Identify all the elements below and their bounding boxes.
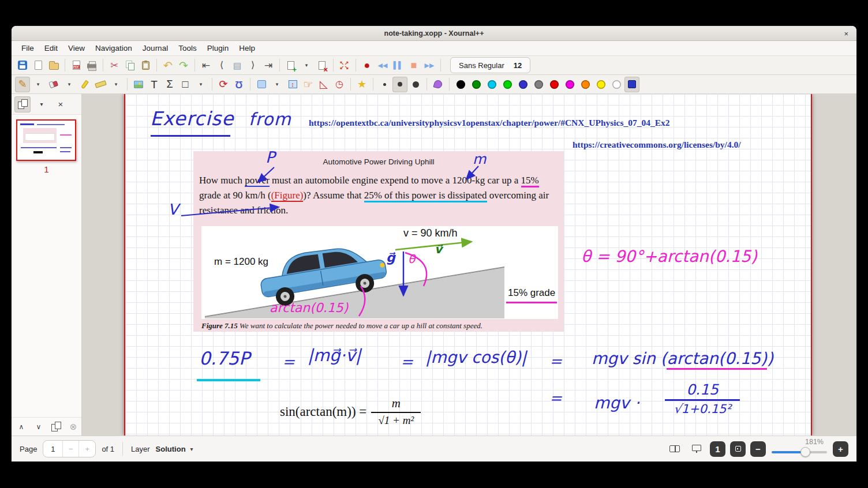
last-page-button[interactable]: ⇥ xyxy=(261,58,276,73)
copy-button[interactable] xyxy=(122,58,137,73)
menu-help[interactable]: Help xyxy=(234,44,260,52)
page-decrement-button[interactable]: − xyxy=(63,441,79,457)
print-button[interactable] xyxy=(84,58,99,73)
previous-annotated-page-button[interactable]: ▤ xyxy=(230,58,245,73)
menu-navigation[interactable]: Navigation xyxy=(90,44,137,52)
color-red-button[interactable] xyxy=(547,77,562,92)
zoom-100-button[interactable]: 1 xyxy=(710,441,725,457)
text-tool-button[interactable]: T xyxy=(147,77,162,92)
new-file-button[interactable] xyxy=(31,58,46,73)
sidebar-duplicate-button[interactable] xyxy=(48,419,64,435)
record-audio-button[interactable]: ● xyxy=(360,58,375,73)
eraser-options-button[interactable]: ▾ xyxy=(62,77,77,92)
layer-value[interactable]: Solution xyxy=(156,445,186,453)
rotation-snapping-button[interactable]: ⟳ xyxy=(216,77,231,92)
highlighter-button[interactable] xyxy=(77,77,92,92)
new-page-options-button[interactable]: ▾ xyxy=(299,58,314,73)
previous-page-button[interactable]: ⟨ xyxy=(214,58,229,73)
forward-button[interactable]: ▶▶ xyxy=(422,58,437,73)
thickness-thick-button[interactable] xyxy=(408,77,423,92)
rewind-button[interactable]: ◀◀ xyxy=(375,58,390,73)
pen-button[interactable]: ✎ xyxy=(15,77,30,92)
zoom-in-button[interactable]: + xyxy=(833,441,848,457)
thickness-medium-button[interactable] xyxy=(392,77,407,92)
license-url[interactable]: https://creativecommons.org/licenses/by/… xyxy=(573,140,741,150)
vertical-space-button[interactable] xyxy=(285,77,300,92)
color-magenta-button[interactable] xyxy=(562,77,577,92)
sidebar-delete-button[interactable]: ⊗ xyxy=(65,419,81,435)
eraser-button[interactable] xyxy=(46,77,61,92)
sidebar-down-button[interactable]: ∨ xyxy=(31,419,47,435)
color-bright-green-button[interactable] xyxy=(500,77,515,92)
window-close-button[interactable]: × xyxy=(844,26,848,41)
export-pdf-button[interactable] xyxy=(69,58,84,73)
ruler-button[interactable] xyxy=(93,77,108,92)
setsquare-button[interactable]: ◺ xyxy=(316,77,331,92)
document-page[interactable]: Exercise from https://opentextbc.ca/univ… xyxy=(124,94,812,436)
presentation-mode-button[interactable] xyxy=(688,440,705,457)
new-page-after-button[interactable] xyxy=(283,58,298,73)
color-picker-button[interactable] xyxy=(624,77,639,92)
default-tool-button[interactable]: ★ xyxy=(354,77,369,92)
tex-tool-button[interactable]: Σ xyxy=(162,77,177,92)
color-green-button[interactable] xyxy=(469,77,484,92)
redo-button[interactable]: ↷ xyxy=(176,58,191,73)
zoom-slider-track[interactable] xyxy=(772,451,827,453)
menu-view[interactable]: View xyxy=(63,44,90,52)
grid-snapping-button[interactable]: Ω xyxy=(231,77,246,92)
figure-link[interactable]: (Figure) xyxy=(271,190,304,202)
paste-button[interactable] xyxy=(138,58,153,73)
undo-button[interactable]: ↶ xyxy=(160,58,175,73)
sidebar-pages-tab[interactable] xyxy=(14,96,31,112)
color-gray-button[interactable] xyxy=(531,77,546,92)
color-blue-button[interactable] xyxy=(515,77,530,92)
fill-button[interactable] xyxy=(431,77,446,92)
source-url[interactable]: https://opentextbc.ca/universityphysicsv… xyxy=(309,118,670,128)
color-white-button[interactable] xyxy=(609,77,624,92)
sidebar-view-dropdown[interactable]: ▾ xyxy=(33,96,50,112)
pause-button[interactable]: ▌▌ xyxy=(391,58,406,73)
color-light-blue-button[interactable] xyxy=(484,77,499,92)
pen-options-button[interactable]: ▾ xyxy=(31,77,46,92)
page-thumbnail[interactable] xyxy=(16,119,76,161)
fullscreen-button[interactable] xyxy=(337,58,352,73)
menu-edit[interactable]: Edit xyxy=(39,44,63,52)
toolbar-separator xyxy=(127,78,128,91)
shape-options-button[interactable]: ▾ xyxy=(193,77,208,92)
shape-tool-button[interactable]: □ xyxy=(178,77,193,92)
save-button[interactable] xyxy=(15,58,30,73)
two-page-view-button[interactable] xyxy=(666,440,683,457)
next-page-button[interactable]: ⟩ xyxy=(245,58,260,73)
first-page-icon: ⇤ xyxy=(202,61,210,70)
menu-tools[interactable]: Tools xyxy=(173,44,202,52)
sidebar-close-button[interactable]: × xyxy=(53,96,69,112)
select-options-button[interactable]: ▾ xyxy=(270,77,285,92)
canvas-area[interactable]: Exercise from https://opentextbc.ca/univ… xyxy=(82,94,856,436)
open-file-button[interactable] xyxy=(46,58,61,73)
page-increment-button[interactable]: + xyxy=(79,441,95,457)
color-yellow-button[interactable] xyxy=(593,77,608,92)
zoom-slider-thumb[interactable] xyxy=(800,447,810,457)
hand-tool-button[interactable]: ☞ xyxy=(301,77,316,92)
color-orange-button[interactable] xyxy=(578,77,593,92)
delete-page-button[interactable] xyxy=(315,58,330,73)
zoom-out-button[interactable]: − xyxy=(750,441,766,457)
menu-file[interactable]: File xyxy=(16,44,39,52)
latex-formula[interactable]: sin(arctan(m)) = m √1 + m² xyxy=(280,396,421,427)
insert-image-button[interactable] xyxy=(131,77,146,92)
ruler-options-button[interactable]: ▾ xyxy=(108,77,124,92)
first-page-button[interactable]: ⇤ xyxy=(199,58,214,73)
select-rectangle-button[interactable] xyxy=(254,77,269,92)
stop-button[interactable]: ■ xyxy=(406,58,421,73)
page-number-input[interactable]: 1 xyxy=(43,441,63,457)
menu-journal[interactable]: Journal xyxy=(137,44,173,52)
font-selector-button[interactable]: Sans Regular12 xyxy=(450,57,530,73)
menu-plugin[interactable]: Plugin xyxy=(202,44,234,52)
cut-button[interactable]: ✂ xyxy=(107,58,122,73)
compass-button[interactable]: ◷ xyxy=(332,77,347,92)
layer-dropdown-chevron-icon[interactable]: ▾ xyxy=(190,446,193,452)
sidebar-up-button[interactable]: ∧ xyxy=(13,419,29,435)
thickness-fine-button[interactable] xyxy=(377,77,392,92)
color-black-button[interactable] xyxy=(453,77,468,92)
zoom-fit-button[interactable] xyxy=(730,441,746,457)
